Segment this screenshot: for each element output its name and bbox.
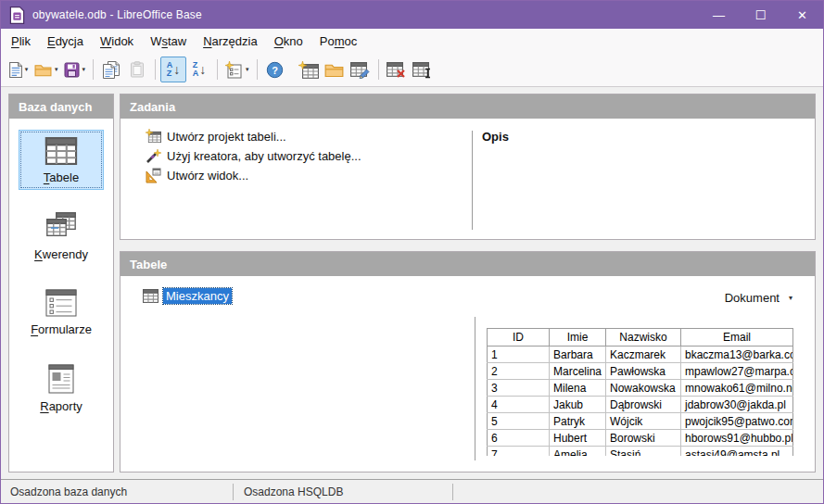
description-header: Opis bbox=[482, 130, 509, 144]
new-document-icon bbox=[9, 62, 22, 78]
delete-button[interactable] bbox=[384, 57, 410, 82]
tasks-panel-header: Zadania bbox=[120, 94, 815, 119]
rename-table-icon bbox=[412, 61, 432, 79]
toolbar-separator bbox=[155, 59, 156, 80]
table-row: 2MarcelinaPawłowskampawlow27@marpa.com bbox=[488, 363, 793, 380]
preview-data-table: ID Imie Nazwisko Email 1BarbaraKaczmarek… bbox=[487, 328, 793, 456]
menu-wstaw[interactable]: Wstaw bbox=[142, 31, 195, 52]
rename-button[interactable] bbox=[410, 57, 436, 82]
document-preview-dropdown[interactable]: Dokument ▾ bbox=[725, 291, 792, 305]
sidebar-item-label: Tabele bbox=[44, 170, 79, 184]
sidebar-item-label: Kwerendy bbox=[34, 247, 88, 261]
save-button[interactable]: ▾ bbox=[61, 57, 89, 82]
menu-bar: Plik Edycja Widok Wstaw Narzędzia Okno P… bbox=[1, 29, 823, 53]
menu-widok[interactable]: Widok bbox=[92, 31, 142, 52]
menu-pomoc[interactable]: Pomoc bbox=[311, 31, 365, 52]
toolbar-separator bbox=[217, 59, 218, 80]
statusbar-separator bbox=[233, 484, 234, 500]
column-header: Imie bbox=[550, 329, 606, 346]
sidebar-item-tabele[interactable]: Tabele bbox=[19, 130, 104, 190]
new-table-icon bbox=[298, 61, 319, 79]
forms-icon bbox=[45, 289, 77, 317]
paste-button bbox=[124, 57, 150, 82]
table-row: 4JakubDąbrowskijdabrow30@jakda.pl bbox=[488, 397, 793, 413]
tables-panel: Tabele Mieszkancy Dokument ▾ bbox=[120, 251, 816, 472]
tables-panel-header: Tabele bbox=[120, 252, 815, 276]
queries-icon bbox=[44, 212, 78, 242]
menu-plik[interactable]: Plik bbox=[3, 31, 39, 52]
new-table-design-icon bbox=[146, 129, 161, 145]
table-preview: ID Imie Nazwisko Email 1BarbaraKaczmarek… bbox=[487, 328, 793, 456]
sidebar-item-label: Formularze bbox=[31, 322, 92, 336]
sidebar-item-raporty[interactable]: Raporty bbox=[19, 357, 104, 419]
tasks-description-divider bbox=[472, 131, 473, 230]
task-label: Utwórz widok... bbox=[167, 169, 248, 183]
sort-az-icon: AZ ↓ bbox=[167, 61, 181, 78]
table-row: 6HubertBorowskihborows91@hubbo.pl bbox=[488, 430, 793, 447]
menu-okno[interactable]: Okno bbox=[266, 31, 311, 52]
new-table-button[interactable] bbox=[296, 57, 322, 82]
task-create-table-design[interactable]: Utwórz projekt tabeli... bbox=[146, 129, 361, 145]
sort-descending-button[interactable]: ZA ↓ bbox=[186, 57, 212, 82]
sidebar-item-label: Raporty bbox=[40, 399, 82, 413]
status-engine: Osadzona HSQLDB bbox=[244, 485, 343, 498]
status-database-type: Osadzona baza danych bbox=[10, 485, 127, 498]
create-view-icon bbox=[146, 168, 161, 183]
chevron-down-icon: ▾ bbox=[789, 294, 792, 302]
sort-za-icon: ZA ↓ bbox=[193, 61, 207, 78]
status-bar: Osadzona baza danych Osadzona HSQLDB bbox=[1, 479, 823, 503]
open-button[interactable]: ▾ bbox=[32, 57, 61, 82]
tasks-panel: Zadania Utwórz projekt tabeli... bbox=[120, 94, 816, 240]
help-button[interactable]: ? bbox=[262, 57, 288, 82]
column-header: Email bbox=[681, 329, 793, 346]
edit-button[interactable] bbox=[348, 57, 374, 82]
database-sidebar: Baza danych Tabele bbox=[8, 94, 114, 472]
chevron-down-icon: ▾ bbox=[82, 66, 86, 73]
menu-edycja[interactable]: Edycja bbox=[39, 31, 92, 52]
minimize-button[interactable]: — bbox=[698, 1, 740, 29]
delete-table-icon bbox=[387, 61, 406, 79]
new-form-icon bbox=[225, 61, 243, 79]
libreoffice-base-window: obywatele.odb - LibreOffice Base — ☐ ✕ P… bbox=[0, 0, 824, 504]
table-list-item-mieszkancy[interactable]: Mieszkancy bbox=[143, 288, 232, 304]
table-row: 3MilenaNowakowskamnowako61@milno.net bbox=[488, 380, 793, 397]
table-row: 5PatrykWójcikpwojcik95@patwo.com bbox=[488, 413, 793, 430]
sidebar-item-formularze[interactable]: Formularze bbox=[19, 282, 104, 342]
reports-icon bbox=[48, 364, 74, 394]
table-icon bbox=[143, 289, 158, 303]
table-row: 1BarbaraKaczmarekbkaczma13@barka.com bbox=[488, 346, 793, 363]
table-header-row: ID Imie Nazwisko Email bbox=[488, 329, 793, 346]
toolbar-separator bbox=[93, 59, 94, 80]
content-area: Baza danych Tabele bbox=[1, 87, 823, 479]
sidebar-header: Baza danych bbox=[9, 94, 113, 119]
table-item-label: Mieszkancy bbox=[163, 288, 232, 304]
sidebar-item-kwerendy[interactable]: Kwerendy bbox=[19, 205, 104, 267]
tables-preview-divider bbox=[475, 317, 475, 460]
open-database-object-button[interactable] bbox=[322, 57, 348, 82]
wizard-wand-icon bbox=[146, 148, 161, 164]
help-icon: ? bbox=[266, 61, 284, 79]
toolbar-separator bbox=[378, 59, 379, 80]
save-floppy-icon bbox=[64, 62, 80, 78]
dropdown-label: Dokument bbox=[725, 291, 780, 305]
new-form-button[interactable]: ▾ bbox=[222, 57, 252, 82]
chevron-down-icon: ▾ bbox=[55, 66, 58, 73]
task-use-wizard[interactable]: Użyj kreatora, aby utworzyć tabelę... bbox=[146, 148, 361, 164]
tables-icon bbox=[44, 137, 78, 165]
new-document-button[interactable]: ▾ bbox=[6, 57, 32, 82]
main-area: Zadania Utwórz projekt tabeli... bbox=[120, 94, 816, 472]
copy-icon bbox=[103, 61, 120, 79]
sort-ascending-button[interactable]: AZ ↓ bbox=[160, 57, 186, 82]
open-folder-icon bbox=[324, 62, 344, 78]
menu-narzedzia[interactable]: Narzędzia bbox=[195, 31, 266, 52]
table-row: 7AmeliaStasińastasi49@amsta.pl bbox=[488, 447, 793, 457]
close-button[interactable]: ✕ bbox=[781, 1, 823, 29]
task-create-view[interactable]: Utwórz widok... bbox=[146, 168, 361, 183]
app-icon bbox=[9, 6, 25, 24]
chevron-down-icon: ▾ bbox=[246, 66, 249, 73]
maximize-button[interactable]: ☐ bbox=[740, 1, 781, 29]
column-header: ID bbox=[488, 329, 550, 346]
copy-button[interactable] bbox=[98, 57, 124, 82]
svg-text:?: ? bbox=[272, 64, 278, 75]
toolbar-separator bbox=[257, 59, 258, 80]
